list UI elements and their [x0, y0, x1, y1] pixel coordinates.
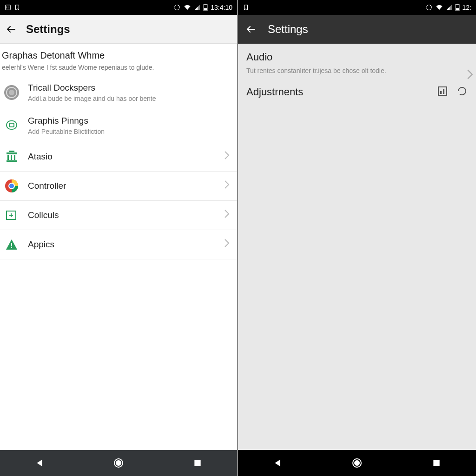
battery-icon	[455, 4, 460, 11]
warning-icon	[4, 237, 20, 252]
status-bar: 12:	[238, 0, 476, 15]
svg-rect-11	[7, 155, 9, 160]
svg-point-18	[9, 184, 14, 188]
phone-right: 12: Settings Audio Tut rentes constanlıt…	[238, 0, 476, 476]
svg-rect-8	[7, 121, 17, 129]
svg-rect-4	[204, 8, 207, 11]
svg-rect-31	[443, 89, 444, 94]
row-title: Collculs	[28, 210, 216, 220]
row-title: Graphis Pinngs	[28, 116, 230, 126]
svg-point-23	[116, 460, 121, 466]
nav-bar	[238, 450, 476, 476]
coin-icon	[4, 85, 20, 100]
row-subtitle: Addl.a bude be image aind du has oor ben…	[28, 95, 230, 102]
section-header: Graphas Detonaft Whme eelerhl's Wene I f…	[0, 44, 237, 76]
svg-rect-13	[14, 155, 15, 160]
appbar-title: Settings	[26, 23, 70, 36]
svg-rect-20	[11, 243, 12, 246]
row-graphis[interactable]: Graphis Pinngs Add Peuitablrie Blictific…	[0, 109, 237, 142]
svg-point-1	[175, 5, 180, 10]
chevron-right-icon	[224, 209, 230, 221]
row-atasio[interactable]: Atasio	[0, 142, 237, 171]
chevron-right-icon	[224, 151, 230, 163]
nav-home-button[interactable]	[100, 457, 137, 469]
row-title: Atasio	[28, 152, 216, 162]
chevron-right-icon	[224, 238, 230, 251]
nav-recent-button[interactable]	[179, 458, 216, 468]
refresh-icon	[456, 86, 468, 99]
audio-row[interactable]: Audio Tut rentes constanlıter tr.ijesa b…	[238, 44, 476, 81]
row-title: Appics	[28, 239, 216, 250]
svg-rect-30	[440, 91, 442, 94]
nav-back-button[interactable]	[21, 458, 58, 468]
svg-rect-29	[438, 87, 447, 95]
wifi-icon	[184, 4, 191, 11]
section-subtitle: eelerhl's Wene I fst saude Wome repeniau…	[2, 64, 231, 71]
svg-rect-3	[205, 4, 206, 5]
chart-icon	[437, 86, 448, 99]
nav-bar	[0, 450, 237, 476]
row-title: Tricall Dockspers	[28, 83, 230, 93]
adjustments-title: Adjustrnents	[246, 86, 303, 98]
adjustments-row[interactable]: Adjustrnents	[238, 81, 476, 103]
appbar: Settings	[0, 15, 237, 44]
audio-title: Audio	[246, 51, 468, 63]
svg-rect-34	[433, 460, 439, 466]
row-collculs[interactable]: Collculs	[0, 200, 237, 230]
row-appics[interactable]: Appics	[0, 230, 237, 259]
svg-rect-10	[7, 152, 17, 154]
back-button[interactable]	[245, 24, 257, 35]
audio-subtitle: Tut rentes constanlıter tr.ijesa be chos…	[246, 67, 468, 74]
section-title: Graphas Detonaft Whme	[2, 50, 231, 61]
phone-left: 13:4:10 Settings Graphas Detonaft Whme e…	[0, 0, 238, 476]
nav-recent-button[interactable]	[418, 458, 455, 468]
bookmark-icon	[14, 4, 20, 11]
nav-home-button[interactable]	[338, 457, 376, 469]
sync-icon	[173, 4, 181, 11]
svg-rect-27	[456, 4, 458, 5]
signal-icon	[446, 4, 452, 11]
nfc-icon	[5, 4, 11, 11]
back-button[interactable]	[6, 24, 17, 35]
sync-icon	[425, 4, 433, 11]
shield-icon	[4, 118, 20, 133]
status-bar: 13:4:10	[0, 0, 237, 15]
svg-rect-24	[194, 460, 200, 466]
row-subtitle: Add Peuitablrie Blictifiction	[28, 128, 230, 135]
chrome-icon	[4, 178, 20, 194]
bank-icon	[4, 149, 20, 165]
svg-point-33	[354, 460, 360, 466]
row-tricall[interactable]: Tricall Dockspers Addl.a bude be image a…	[0, 76, 237, 109]
signal-icon	[194, 4, 200, 11]
wifi-icon	[436, 4, 443, 11]
appbar-title: Settings	[268, 23, 308, 36]
svg-point-25	[426, 5, 431, 10]
svg-rect-14	[7, 160, 17, 162]
status-time: 12:	[463, 4, 471, 11]
row-controller[interactable]: Controller	[0, 171, 237, 200]
chevron-right-icon	[224, 180, 230, 192]
svg-rect-12	[11, 155, 12, 160]
settings-list: Graphas Detonaft Whme eelerhl's Wene I f…	[0, 44, 237, 450]
appbar: Settings	[238, 15, 476, 44]
svg-rect-21	[11, 247, 12, 248]
svg-rect-28	[456, 8, 458, 11]
svg-point-7	[9, 90, 14, 95]
settings-content: Audio Tut rentes constanlıter tr.ijesa b…	[238, 44, 476, 450]
svg-rect-0	[6, 5, 11, 10]
row-title: Controller	[28, 181, 216, 191]
status-time: 13:4:10	[211, 4, 232, 11]
plus-box-icon	[4, 207, 20, 223]
bookmark-icon	[243, 4, 249, 11]
svg-rect-15	[9, 151, 14, 152]
chevron-right-icon	[467, 69, 473, 83]
svg-rect-9	[9, 123, 14, 127]
battery-icon	[203, 4, 208, 11]
nav-back-button[interactable]	[259, 458, 296, 468]
